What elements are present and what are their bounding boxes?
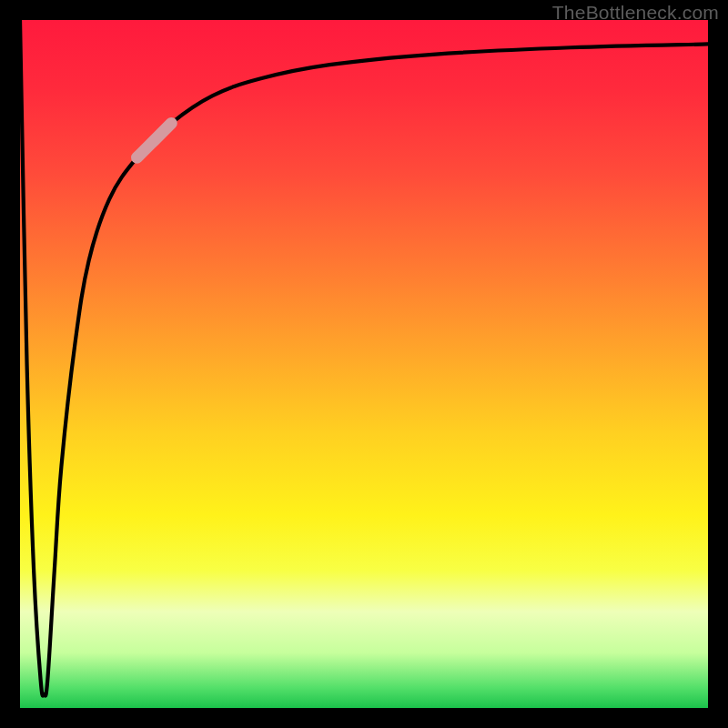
attribution-text: TheBottleneck.com — [552, 2, 719, 24]
highlight-segment — [137, 123, 172, 157]
chart-frame: TheBottleneck.com — [0, 0, 728, 728]
bottleneck-curve — [20, 20, 708, 696]
curve-layer — [20, 20, 708, 708]
